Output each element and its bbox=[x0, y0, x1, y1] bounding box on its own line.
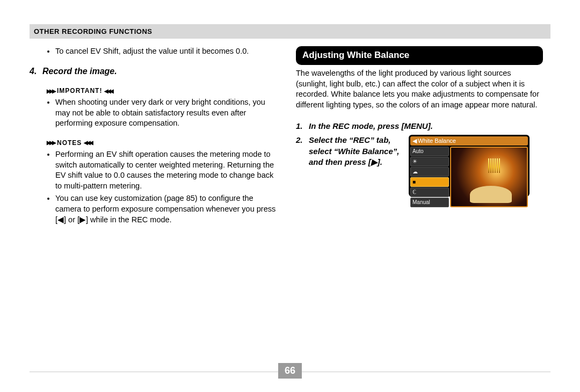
step-2-row: 2. Select the “REC” tab, select “White B… bbox=[296, 135, 543, 197]
step-1: 1. In the REC mode, press [MENU]. bbox=[296, 121, 543, 132]
chevron-left-icon: ◀◀◀ bbox=[104, 88, 112, 95]
left-column: To cancel EV Shift, adjust the value unt… bbox=[30, 46, 277, 227]
camera-lcd-illustration: ◀ White Balance Auto ☀ ☁ ■ ℂ Manual bbox=[409, 135, 530, 197]
step-text: Record the image. bbox=[42, 66, 117, 77]
bullet-text: You can use key customization (page 85) … bbox=[55, 193, 277, 225]
step-number: 4. bbox=[30, 66, 42, 77]
left-arrow-icon: ◀ bbox=[412, 137, 417, 145]
lcd-body: Auto ☀ ☁ ■ ℂ Manual bbox=[410, 147, 528, 207]
page-footer: 66 bbox=[0, 363, 580, 381]
lcd-menu-item: ☀ bbox=[410, 157, 449, 166]
step-2: 2. Select the “REC” tab, select “White B… bbox=[296, 135, 402, 168]
chevron-right-icon: ▶▶▶ bbox=[47, 88, 55, 95]
bullet-list: To cancel EV Shift, adjust the value unt… bbox=[47, 46, 277, 57]
lcd-menu-item: ℂ bbox=[410, 187, 449, 197]
notes-list: Performing an EV shift operation causes … bbox=[47, 149, 277, 225]
cake-icon bbox=[470, 186, 512, 204]
notes-label: NOTES bbox=[57, 139, 82, 147]
bullet-text: When shooting under very dark or very br… bbox=[55, 97, 277, 129]
section-title-pill: Adjusting White Balance bbox=[296, 46, 543, 65]
step-4: 4. Record the image. bbox=[30, 66, 277, 77]
page-number: 66 bbox=[278, 363, 302, 379]
step-number: 2. bbox=[296, 135, 309, 168]
important-heading: ▶▶▶ IMPORTANT! ◀◀◀ bbox=[47, 86, 277, 95]
lcd-preview-image bbox=[450, 147, 528, 207]
step-text: Select the “REC” tab, select “White Bala… bbox=[309, 135, 402, 168]
lcd-menu-item-selected: ■ bbox=[410, 177, 449, 187]
lcd-menu-item: Manual bbox=[410, 198, 449, 207]
lcd-menu-item: Auto bbox=[410, 147, 449, 156]
section-header: Other Recording Functions bbox=[30, 24, 550, 39]
lcd-menu: Auto ☀ ☁ ■ ℂ Manual bbox=[410, 147, 449, 207]
candle-flames-icon bbox=[483, 158, 505, 173]
step-number: 1. bbox=[296, 121, 309, 132]
right-column: Adjusting White Balance The wavelengths … bbox=[296, 46, 543, 227]
step-text: In the REC mode, press [MENU]. bbox=[309, 121, 433, 132]
notes-heading: ▶▶▶ NOTES ◀◀◀ bbox=[47, 139, 277, 147]
two-column-layout: To cancel EV Shift, adjust the value unt… bbox=[30, 46, 550, 227]
bullet-text: Performing an EV shift operation causes … bbox=[55, 149, 277, 191]
bullet-text: To cancel EV Shift, adjust the value unt… bbox=[55, 46, 277, 57]
lcd-title-bar: ◀ White Balance bbox=[410, 136, 528, 146]
chevron-right-icon: ▶▶▶ bbox=[47, 139, 55, 147]
lcd-menu-item: ☁ bbox=[410, 167, 449, 177]
important-list: When shooting under very dark or very br… bbox=[47, 97, 277, 129]
chevron-left-icon: ◀◀◀ bbox=[84, 139, 92, 147]
lcd-title-text: White Balance bbox=[418, 137, 456, 145]
section-intro: The wavelengths of the light produced by… bbox=[296, 68, 543, 110]
important-label: IMPORTANT! bbox=[57, 86, 102, 95]
manual-page: Other Recording Functions To cancel EV S… bbox=[0, 0, 580, 392]
